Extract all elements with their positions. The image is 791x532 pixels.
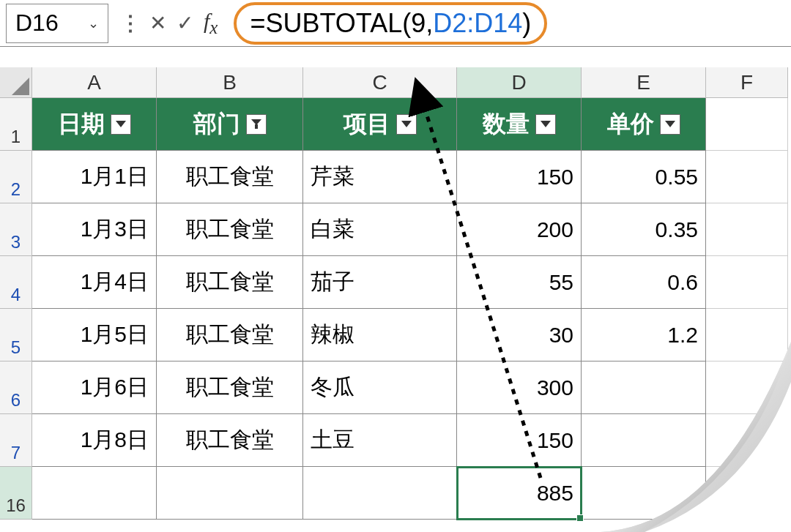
cell-date[interactable]: 1月4日	[32, 256, 157, 309]
header-date[interactable]: 日期	[32, 98, 157, 151]
cell-price[interactable]: 0.6	[582, 256, 706, 309]
spreadsheet: A B C D E F 1 日期 部门 项目 数量 单价 21月1日职工食堂芹菜…	[0, 67, 791, 520]
formula-suffix: )	[522, 8, 531, 39]
filter-active-icon[interactable]	[246, 114, 267, 135]
cell[interactable]	[303, 467, 457, 520]
cell-item[interactable]: 芹菜	[303, 151, 457, 203]
fx-icon[interactable]: fx	[204, 9, 218, 38]
header-qty[interactable]: 数量	[457, 98, 582, 151]
cell-qty[interactable]: 150	[457, 414, 582, 467]
cell-price[interactable]	[582, 414, 706, 467]
cell-date[interactable]: 1月5日	[32, 309, 157, 361]
col-header-f[interactable]: F	[706, 67, 788, 98]
cell[interactable]	[706, 309, 788, 361]
col-header-b[interactable]: B	[157, 67, 303, 98]
header-price[interactable]: 单价	[582, 98, 706, 151]
cancel-icon[interactable]: ✕	[149, 11, 166, 35]
col-header-d[interactable]: D	[457, 67, 582, 98]
table-row: 41月4日职工食堂茄子550.6	[0, 256, 791, 309]
row-header[interactable]: 6	[0, 361, 32, 414]
cell[interactable]	[582, 467, 706, 520]
name-box-value: D16	[15, 10, 59, 37]
cell-qty[interactable]: 300	[457, 361, 582, 414]
more-icon[interactable]: ⋮	[120, 11, 139, 35]
column-headers: A B C D E F	[0, 67, 791, 98]
cell-item[interactable]: 白菜	[303, 203, 457, 256]
cell-date[interactable]: 1月3日	[32, 203, 157, 256]
table-row: 31月3日职工食堂白菜2000.35	[0, 203, 791, 256]
row-header[interactable]: 2	[0, 151, 32, 203]
cell-date[interactable]: 1月8日	[32, 414, 157, 467]
header-item[interactable]: 项目	[303, 98, 457, 151]
row-header[interactable]: 5	[0, 309, 32, 361]
subtotal-cell[interactable]: 885	[457, 467, 582, 520]
cell[interactable]	[157, 467, 303, 520]
cell-item[interactable]: 土豆	[303, 414, 457, 467]
cell[interactable]	[706, 467, 788, 520]
col-header-e[interactable]: E	[582, 67, 706, 98]
col-header-c[interactable]: C	[303, 67, 457, 98]
col-header-a[interactable]: A	[32, 67, 157, 98]
formula-prefix: =SUBTOTAL(9,	[250, 8, 433, 39]
cell-item[interactable]: 辣椒	[303, 309, 457, 361]
row-header-16[interactable]: 16	[0, 467, 32, 520]
formula-input[interactable]: =SUBTOTAL(9,D2:D14)	[234, 2, 547, 45]
header-dept[interactable]: 部门	[157, 98, 303, 151]
cell[interactable]	[706, 414, 788, 467]
table-header-row: 1 日期 部门 项目 数量 单价	[0, 98, 791, 151]
name-box[interactable]: D16 ⌄	[6, 4, 108, 43]
cell-date[interactable]: 1月6日	[32, 361, 157, 414]
cell[interactable]	[706, 361, 788, 414]
cell[interactable]	[706, 98, 788, 151]
cell-date[interactable]: 1月1日	[32, 151, 157, 203]
cell[interactable]	[706, 256, 788, 309]
cell-price[interactable]: 0.55	[582, 151, 706, 203]
accept-icon[interactable]: ✓	[177, 11, 193, 35]
table-row: 51月5日职工食堂辣椒301.2	[0, 309, 791, 361]
filter-icon[interactable]	[111, 114, 131, 135]
cell-dept[interactable]: 职工食堂	[157, 203, 303, 256]
formula-bar: D16 ⌄ ⋮ ✕ ✓ fx =SUBTOTAL(9,D2:D14)	[0, 0, 791, 47]
row-header[interactable]: 4	[0, 256, 32, 309]
cell-dept[interactable]: 职工食堂	[157, 151, 303, 203]
cell-item[interactable]: 茄子	[303, 256, 457, 309]
cell-dept[interactable]: 职工食堂	[157, 361, 303, 414]
table-row: 21月1日职工食堂芹菜1500.55	[0, 151, 791, 203]
cell[interactable]	[32, 467, 157, 520]
row-header[interactable]: 7	[0, 414, 32, 467]
filter-icon[interactable]	[535, 114, 556, 135]
cell[interactable]	[706, 151, 788, 203]
cell-price[interactable]: 0.35	[582, 203, 706, 256]
cell-qty[interactable]: 200	[457, 203, 582, 256]
formula-bar-controls: ⋮ ✕ ✓ fx	[114, 9, 223, 38]
cell-qty[interactable]: 30	[457, 309, 582, 361]
select-all-corner[interactable]	[0, 67, 32, 98]
cell-price[interactable]: 1.2	[582, 309, 706, 361]
cell-dept[interactable]: 职工食堂	[157, 414, 303, 467]
subtotal-row: 16 885	[0, 467, 791, 520]
row-header[interactable]: 3	[0, 203, 32, 256]
cell-price[interactable]	[582, 361, 706, 414]
cell-dept[interactable]: 职工食堂	[157, 309, 303, 361]
cell-dept[interactable]: 职工食堂	[157, 256, 303, 309]
table-row: 61月6日职工食堂冬瓜300	[0, 361, 791, 414]
filter-icon[interactable]	[396, 114, 417, 135]
name-box-dropdown-icon[interactable]: ⌄	[88, 15, 99, 31]
cell-item[interactable]: 冬瓜	[303, 361, 457, 414]
cell[interactable]	[706, 203, 788, 256]
cell-qty[interactable]: 150	[457, 151, 582, 203]
formula-ref: D2:D14	[433, 8, 522, 39]
filter-icon[interactable]	[660, 114, 680, 135]
row-header-1[interactable]: 1	[0, 98, 32, 151]
cell-qty[interactable]: 55	[457, 256, 582, 309]
table-row: 71月8日职工食堂土豆150	[0, 414, 791, 467]
